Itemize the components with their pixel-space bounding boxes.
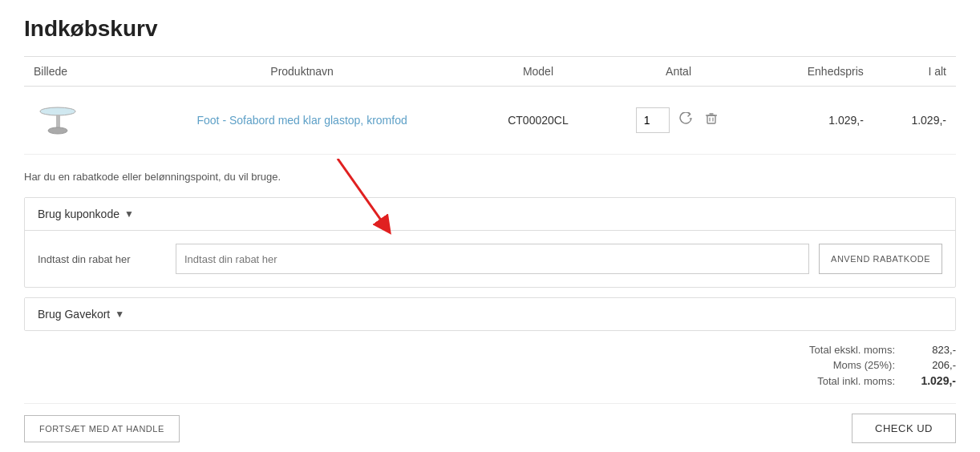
coupon-chevron-icon: ▼ [124,208,134,220]
remove-item-button[interactable] [702,111,721,130]
product-thumbnail-icon [36,99,80,143]
col-header-image: Billede [24,57,127,87]
product-image [34,96,82,144]
product-total-cell: 1.029,- [873,87,956,155]
coupon-section-body: Indtast din rabat her ANVEND RABATKODE [25,230,955,287]
refresh-icon [679,112,692,125]
product-model-cell: CT00020CL [477,87,599,155]
product-name-cell: Foot - Sofabord med klar glastop, kromfo… [127,87,477,155]
product-link[interactable]: Foot - Sofabord med klar glastop, kromfo… [196,114,407,127]
promo-notice: Har du en rabatkode eller belønningspoin… [24,167,956,186]
continue-shopping-button[interactable]: FORTSÆT MED AT HANDLE [24,415,180,442]
coupon-section: Brug kuponkode ▼ Indtast din rabat her A… [24,197,956,288]
apply-coupon-button[interactable]: ANVEND RABATKODE [819,244,942,274]
checkout-button[interactable]: CHECK UD [852,414,956,443]
gift-chevron-icon: ▼ [115,309,124,320]
summary-incl-row: Total inkl. moms: 1.029,- [24,374,956,387]
summary-excl-value: 823,- [908,344,956,356]
qty-input[interactable] [636,107,670,133]
summary-excl-row: Total ekskl. moms: 823,- [24,344,956,356]
cart-table: Billede Produktnavn Model Antal Enhedspr… [24,56,956,155]
buttons-row: FORTSÆT MED AT HANDLE CHECK UD [24,403,956,443]
col-header-unit-price: Enhedspris [758,57,873,87]
qty-container [609,107,748,133]
summary-excl-label: Total ekskl. moms: [767,344,895,356]
coupon-input[interactable] [176,244,809,274]
col-header-product: Produktnavn [127,57,477,87]
summary-incl-label: Total inkl. moms: [767,375,895,387]
summary-vat-value: 206,- [908,359,956,371]
summary-vat-row: Moms (25%): 206,- [24,359,956,371]
refresh-qty-button[interactable] [676,111,695,130]
summary-area: Total ekskl. moms: 823,- Moms (25%): 206… [24,344,956,387]
svg-rect-1 [56,115,60,129]
summary-incl-value: 1.029,- [908,374,956,387]
svg-point-2 [48,127,67,134]
table-row: Foot - Sofabord med klar glastop, kromfo… [24,87,956,155]
gift-section: Brug Gavekort ▼ [24,297,956,331]
summary-vat-label: Moms (25%): [767,359,895,371]
gift-section-header[interactable]: Brug Gavekort ▼ [25,298,955,330]
svg-rect-3 [707,115,715,123]
product-image-cell [24,87,127,155]
col-header-total: I alt [873,57,956,87]
trash-icon [705,112,718,125]
page-title: Indkøbskurv [24,16,956,42]
coupon-label: Indtast din rabat her [38,253,166,265]
col-header-model: Model [477,57,599,87]
product-qty-cell [599,87,758,155]
coupon-header-label: Brug kuponkode [38,208,119,220]
col-header-qty: Antal [599,57,758,87]
coupon-section-header[interactable]: Brug kuponkode ▼ [25,198,955,230]
gift-header-label: Brug Gavekort [38,308,110,321]
svg-point-0 [40,107,75,115]
product-unit-price-cell: 1.029,- [758,87,873,155]
